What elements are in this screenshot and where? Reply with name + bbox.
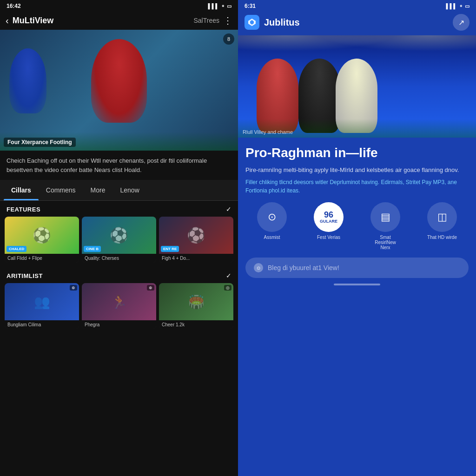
card-label-1: Call Flidd + Flipe bbox=[5, 254, 79, 263]
card-badge-3: ENT RE bbox=[161, 246, 179, 252]
features-check: ✓ bbox=[226, 205, 231, 213]
tabs-row: Cillars Commens More Lenow bbox=[0, 180, 238, 201]
app-title: MuLtiView bbox=[13, 16, 190, 26]
artimlist-card-1[interactable]: 👥 ⊕ Bungliam Cilima bbox=[5, 283, 79, 329]
card-thumb-3: ⚽ ENT RE bbox=[159, 217, 233, 254]
artimlist-label-2: Phegra bbox=[82, 320, 156, 329]
right-header: Jublitus ↗ bbox=[238, 11, 476, 35]
main-title: Pro-Raghman in—life bbox=[245, 145, 469, 161]
back-button[interactable]: ‹ bbox=[6, 15, 9, 26]
feature-circle-fest: 96 GULARE bbox=[314, 202, 344, 232]
card-thumb-1: ⚽ CHALED bbox=[5, 217, 79, 254]
card-badge-1: CHALED bbox=[7, 246, 26, 252]
article-text: Cheich Eaching off out on their Wtll nev… bbox=[0, 151, 238, 180]
battery-icon-right: ▭ bbox=[465, 3, 469, 9]
feature-number: 96 bbox=[320, 211, 337, 219]
hero-right: Rlull Villey and chame bbox=[238, 35, 476, 138]
hero-image: 8 Four Xterpance Footling bbox=[0, 30, 238, 151]
hero-player-blue bbox=[9, 48, 46, 113]
feature-icons-row: ⊙ Assmist 96 GULARE Fest Verias ▤ Smat R… bbox=[245, 202, 469, 250]
feature-item-smat[interactable]: ▤ Smat ResirlNew Nerx bbox=[370, 202, 400, 250]
artimlist-thumb-2: 🏃 ⊕ bbox=[82, 283, 156, 320]
feature-card-3[interactable]: ⚽ ENT RE Figh 4 + Do... bbox=[159, 217, 233, 263]
signal-icon-left: ▌▌▌ bbox=[208, 3, 219, 9]
right-content: Pro-Raghman in—life Pire-ramniîng melti-… bbox=[238, 138, 476, 476]
card-num-badge-2: ⊕ bbox=[147, 285, 154, 291]
left-panel: 16:42 ▌▌▌ ⚬ ▭ ‹ MuLtiView SalTrees ⋮ 8 F… bbox=[0, 0, 238, 476]
search-placeholder-text: Bleg di ybuurel at1 View! bbox=[268, 264, 339, 271]
action-icon: ↗ bbox=[458, 18, 464, 27]
card-num-badge-3: ◎ bbox=[224, 285, 231, 291]
feature-item-fest[interactable]: 96 GULARE Fest Verias bbox=[314, 202, 344, 250]
feature-sublabel: GULARE bbox=[320, 219, 337, 224]
feature-item-assmist[interactable]: ⊙ Assmist bbox=[257, 202, 287, 250]
artimlist-card-2[interactable]: 🏃 ⊕ Phegra bbox=[82, 283, 156, 329]
card-num-badge-1: ⊕ bbox=[70, 285, 77, 291]
feature-label-smat: Smat ResirlNew Nerx bbox=[370, 235, 400, 250]
tab-more[interactable]: More bbox=[83, 180, 113, 200]
feature-label-assmist: Assmist bbox=[264, 235, 280, 240]
tab-commens[interactable]: Commens bbox=[39, 180, 83, 200]
features-section-header: FEATURES ✓ bbox=[0, 201, 238, 217]
right-app-name: Jublitus bbox=[264, 17, 448, 28]
artimlist-thumb-1: 👥 ⊕ bbox=[5, 283, 79, 320]
card-label-3: Figh 4 + Do... bbox=[159, 254, 233, 263]
artimlist-label-3: Cheer 1.2k bbox=[159, 320, 233, 329]
artimlist-thumb-3: 🏟️ ◎ bbox=[159, 283, 233, 320]
feature-circle-assmist: ⊙ bbox=[257, 202, 287, 232]
artimlist-section-header: ARITIMLIST ✓ bbox=[0, 267, 238, 283]
feature-card-2[interactable]: ⚽ CINE B Quality: Cherses bbox=[82, 217, 156, 263]
right-action-button[interactable]: ↗ bbox=[453, 14, 469, 31]
feature-label-fest: Fest Verias bbox=[317, 235, 340, 240]
status-bar-left: 16:42 ▌▌▌ ⚬ ▭ bbox=[0, 0, 238, 11]
artimlist-check: ✓ bbox=[226, 272, 231, 279]
menu-button[interactable]: ⋮ bbox=[223, 15, 232, 26]
status-bar-right: 6:31 ▌▌▌ ⚬ ▭ bbox=[238, 0, 476, 11]
status-icons-right: ▌▌▌ ⚬ ▭ bbox=[446, 3, 469, 9]
tab-cillars[interactable]: Cillars bbox=[4, 180, 39, 200]
feature-circle-smat: ▤ bbox=[370, 202, 400, 232]
article-body: Cheich Eaching off out on their Wtll nev… bbox=[7, 157, 207, 173]
card-thumb-2: ⚽ CINE B bbox=[82, 217, 156, 254]
hero-right-field bbox=[238, 119, 476, 138]
wifi-icon-left: ⚬ bbox=[221, 3, 225, 9]
signal-icon-right: ▌▌▌ bbox=[446, 3, 457, 9]
link-text: Filler chliking tlicnd deesors witler De… bbox=[245, 178, 469, 195]
bottom-indicator bbox=[334, 284, 380, 285]
feature-card-1[interactable]: ⚽ CHALED Call Flidd + Flipe bbox=[5, 217, 79, 263]
status-icons-left: ▌▌▌ ⚬ ▭ bbox=[208, 3, 231, 9]
artimlist-card-3[interactable]: 🏟️ ◎ Cheer 1.2k bbox=[159, 283, 233, 329]
artimlist-title: ARITIMLIST bbox=[7, 272, 43, 279]
search-icon: ⊙ bbox=[254, 263, 263, 272]
nav-subtitle: SalTrees bbox=[193, 17, 219, 24]
search-bar[interactable]: ⊙ Bleg di ybuurel at1 View! bbox=[245, 258, 469, 278]
right-panel: 6:31 ▌▌▌ ⚬ ▭ Jublitus ↗ Rlull Villey and… bbox=[238, 0, 476, 476]
hero-badge: 8 bbox=[223, 33, 234, 45]
time-right: 6:31 bbox=[245, 3, 256, 9]
tab-lenow[interactable]: Lenow bbox=[113, 180, 147, 200]
features-cards: ⚽ CHALED Call Flidd + Flipe ⚽ CINE B Qua… bbox=[0, 217, 238, 267]
top-nav: ‹ MuLtiView SalTrees ⋮ bbox=[0, 11, 238, 30]
hero-right-caption: Rlull Villey and chame bbox=[243, 129, 293, 135]
feature-circle-hd: ◫ bbox=[427, 202, 457, 232]
battery-icon-left: ▭ bbox=[227, 3, 231, 9]
artimlist-cards: 👥 ⊕ Bungliam Cilima 🏃 ⊕ Phegra 🏟️ ◎ Chee… bbox=[0, 283, 238, 334]
time-left: 16:42 bbox=[7, 3, 21, 9]
card-badge-2: CINE B bbox=[84, 246, 101, 252]
hero-player-red bbox=[91, 39, 147, 123]
artimlist-label-1: Bungliam Cilima bbox=[5, 320, 79, 329]
card-label-2: Quality: Cherses bbox=[82, 254, 156, 263]
sub-text: Pire-ramniîng melti-biting ayply lite-Mî… bbox=[245, 165, 469, 175]
hero-caption: Four Xterpance Footling bbox=[4, 138, 76, 147]
app-logo bbox=[245, 15, 259, 30]
feature-item-hd[interactable]: ◫ That HD wirde bbox=[427, 202, 457, 250]
wifi-icon-right: ⚬ bbox=[459, 3, 463, 9]
feature-label-hd: That HD wirde bbox=[427, 235, 457, 240]
features-title: FEATURES bbox=[7, 206, 40, 213]
